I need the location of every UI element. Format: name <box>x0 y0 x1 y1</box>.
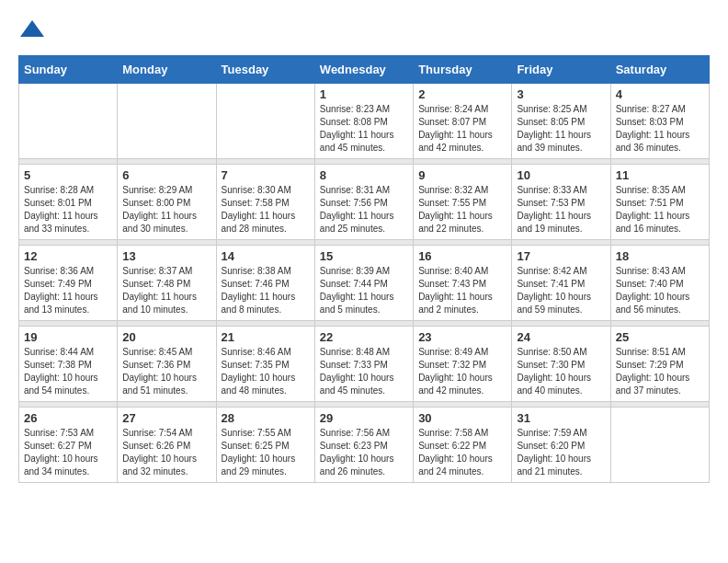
day-cell: 17Sunrise: 8:42 AM Sunset: 7:41 PM Dayli… <box>512 246 610 321</box>
day-cell <box>610 408 709 483</box>
day-info: Sunrise: 8:30 AM Sunset: 7:58 PM Dayligh… <box>222 184 310 236</box>
day-number: 10 <box>517 168 605 182</box>
day-number: 5 <box>24 168 112 182</box>
day-number: 17 <box>517 249 605 263</box>
header-row: SundayMondayTuesdayWednesdayThursdayFrid… <box>19 56 710 84</box>
day-info: Sunrise: 8:32 AM Sunset: 7:55 PM Dayligh… <box>418 184 506 236</box>
day-number: 14 <box>222 249 310 263</box>
day-info: Sunrise: 7:58 AM Sunset: 6:22 PM Dayligh… <box>418 427 506 478</box>
day-info: Sunrise: 8:23 AM Sunset: 8:08 PM Dayligh… <box>320 103 408 155</box>
day-cell: 10Sunrise: 8:33 AM Sunset: 7:53 PM Dayli… <box>512 165 610 240</box>
week-row-4: 19Sunrise: 8:44 AM Sunset: 7:38 PM Dayli… <box>19 327 710 402</box>
day-cell: 2Sunrise: 8:24 AM Sunset: 8:07 PM Daylig… <box>414 84 512 159</box>
day-cell: 29Sunrise: 7:56 AM Sunset: 6:23 PM Dayli… <box>314 408 413 483</box>
day-cell: 27Sunrise: 7:54 AM Sunset: 6:26 PM Dayli… <box>118 408 216 483</box>
day-cell: 16Sunrise: 8:40 AM Sunset: 7:43 PM Dayli… <box>414 246 512 321</box>
day-cell: 21Sunrise: 8:46 AM Sunset: 7:35 PM Dayli… <box>216 327 314 402</box>
day-cell: 1Sunrise: 8:23 AM Sunset: 8:08 PM Daylig… <box>314 84 413 159</box>
day-info: Sunrise: 8:37 AM Sunset: 7:48 PM Dayligh… <box>122 265 210 316</box>
page-header <box>18 18 710 46</box>
day-number: 8 <box>320 168 408 182</box>
day-info: Sunrise: 8:46 AM Sunset: 7:35 PM Dayligh… <box>222 346 310 397</box>
day-info: Sunrise: 7:53 AM Sunset: 6:27 PM Dayligh… <box>24 427 112 478</box>
day-info: Sunrise: 8:48 AM Sunset: 7:33 PM Dayligh… <box>320 346 408 397</box>
day-cell <box>19 84 118 159</box>
day-info: Sunrise: 8:29 AM Sunset: 8:00 PM Dayligh… <box>122 184 210 236</box>
day-cell: 24Sunrise: 8:50 AM Sunset: 7:30 PM Dayli… <box>512 327 610 402</box>
day-cell: 7Sunrise: 8:30 AM Sunset: 7:58 PM Daylig… <box>216 165 314 240</box>
day-info: Sunrise: 7:55 AM Sunset: 6:25 PM Dayligh… <box>222 427 310 478</box>
header-wednesday: Wednesday <box>314 56 413 84</box>
day-info: Sunrise: 8:44 AM Sunset: 7:38 PM Dayligh… <box>24 346 112 397</box>
day-number: 20 <box>122 330 210 344</box>
header-thursday: Thursday <box>414 56 512 84</box>
day-cell: 30Sunrise: 7:58 AM Sunset: 6:22 PM Dayli… <box>414 408 512 483</box>
day-cell: 9Sunrise: 8:32 AM Sunset: 7:55 PM Daylig… <box>414 165 512 240</box>
day-number: 1 <box>320 87 408 101</box>
day-number: 9 <box>418 168 506 182</box>
day-info: Sunrise: 8:49 AM Sunset: 7:32 PM Dayligh… <box>418 346 506 397</box>
day-info: Sunrise: 8:45 AM Sunset: 7:36 PM Dayligh… <box>122 346 210 397</box>
day-number: 30 <box>418 411 506 425</box>
day-number: 27 <box>122 411 210 425</box>
day-info: Sunrise: 8:27 AM Sunset: 8:03 PM Dayligh… <box>616 103 704 155</box>
day-cell: 4Sunrise: 8:27 AM Sunset: 8:03 PM Daylig… <box>610 84 709 159</box>
day-info: Sunrise: 8:28 AM Sunset: 8:01 PM Dayligh… <box>24 184 112 236</box>
day-number: 3 <box>517 87 605 101</box>
day-cell: 28Sunrise: 7:55 AM Sunset: 6:25 PM Dayli… <box>216 408 314 483</box>
day-info: Sunrise: 8:50 AM Sunset: 7:30 PM Dayligh… <box>517 346 605 397</box>
day-info: Sunrise: 8:36 AM Sunset: 7:49 PM Dayligh… <box>24 265 112 316</box>
day-cell: 6Sunrise: 8:29 AM Sunset: 8:00 PM Daylig… <box>118 165 216 240</box>
day-number: 31 <box>517 411 605 425</box>
header-saturday: Saturday <box>610 56 709 84</box>
day-cell: 12Sunrise: 8:36 AM Sunset: 7:49 PM Dayli… <box>19 246 118 321</box>
day-cell: 11Sunrise: 8:35 AM Sunset: 7:51 PM Dayli… <box>610 165 709 240</box>
day-number: 21 <box>222 330 310 344</box>
day-number: 28 <box>222 411 310 425</box>
day-number: 16 <box>418 249 506 263</box>
header-monday: Monday <box>118 56 216 84</box>
day-info: Sunrise: 8:43 AM Sunset: 7:40 PM Dayligh… <box>616 265 704 316</box>
day-info: Sunrise: 7:59 AM Sunset: 6:20 PM Dayligh… <box>517 427 605 478</box>
day-number: 25 <box>616 330 704 344</box>
day-number: 11 <box>616 168 704 182</box>
day-info: Sunrise: 8:39 AM Sunset: 7:44 PM Dayligh… <box>320 265 408 316</box>
header-sunday: Sunday <box>19 56 118 84</box>
day-number: 2 <box>418 87 506 101</box>
day-number: 18 <box>616 249 704 263</box>
day-number: 12 <box>24 249 112 263</box>
day-number: 13 <box>122 249 210 263</box>
day-cell: 18Sunrise: 8:43 AM Sunset: 7:40 PM Dayli… <box>610 246 709 321</box>
day-info: Sunrise: 8:35 AM Sunset: 7:51 PM Dayligh… <box>616 184 704 236</box>
day-cell: 14Sunrise: 8:38 AM Sunset: 7:46 PM Dayli… <box>216 246 314 321</box>
week-row-2: 5Sunrise: 8:28 AM Sunset: 8:01 PM Daylig… <box>19 165 710 240</box>
day-cell: 5Sunrise: 8:28 AM Sunset: 8:01 PM Daylig… <box>19 165 118 240</box>
day-number: 29 <box>320 411 408 425</box>
header-tuesday: Tuesday <box>216 56 314 84</box>
day-cell: 19Sunrise: 8:44 AM Sunset: 7:38 PM Dayli… <box>19 327 118 402</box>
day-info: Sunrise: 8:38 AM Sunset: 7:46 PM Dayligh… <box>222 265 310 316</box>
day-number: 23 <box>418 330 506 344</box>
day-number: 19 <box>24 330 112 344</box>
day-info: Sunrise: 8:33 AM Sunset: 7:53 PM Dayligh… <box>517 184 605 236</box>
day-cell: 25Sunrise: 8:51 AM Sunset: 7:29 PM Dayli… <box>610 327 709 402</box>
day-cell: 13Sunrise: 8:37 AM Sunset: 7:48 PM Dayli… <box>118 246 216 321</box>
day-info: Sunrise: 8:25 AM Sunset: 8:05 PM Dayligh… <box>517 103 605 155</box>
day-info: Sunrise: 8:24 AM Sunset: 8:07 PM Dayligh… <box>418 103 506 155</box>
day-cell: 23Sunrise: 8:49 AM Sunset: 7:32 PM Dayli… <box>414 327 512 402</box>
calendar-table: SundayMondayTuesdayWednesdayThursdayFrid… <box>18 55 710 483</box>
day-info: Sunrise: 8:40 AM Sunset: 7:43 PM Dayligh… <box>418 265 506 316</box>
day-cell: 22Sunrise: 8:48 AM Sunset: 7:33 PM Dayli… <box>314 327 413 402</box>
week-row-5: 26Sunrise: 7:53 AM Sunset: 6:27 PM Dayli… <box>19 408 710 483</box>
day-number: 26 <box>24 411 112 425</box>
day-cell: 26Sunrise: 7:53 AM Sunset: 6:27 PM Dayli… <box>19 408 118 483</box>
week-row-3: 12Sunrise: 8:36 AM Sunset: 7:49 PM Dayli… <box>19 246 710 321</box>
day-cell: 15Sunrise: 8:39 AM Sunset: 7:44 PM Dayli… <box>314 246 413 321</box>
day-number: 4 <box>616 87 704 101</box>
day-info: Sunrise: 7:54 AM Sunset: 6:26 PM Dayligh… <box>122 427 210 478</box>
week-row-1: 1Sunrise: 8:23 AM Sunset: 8:08 PM Daylig… <box>19 84 710 159</box>
day-cell <box>216 84 314 159</box>
svg-marker-0 <box>20 20 44 37</box>
day-cell: 31Sunrise: 7:59 AM Sunset: 6:20 PM Dayli… <box>512 408 610 483</box>
logo <box>18 18 50 46</box>
